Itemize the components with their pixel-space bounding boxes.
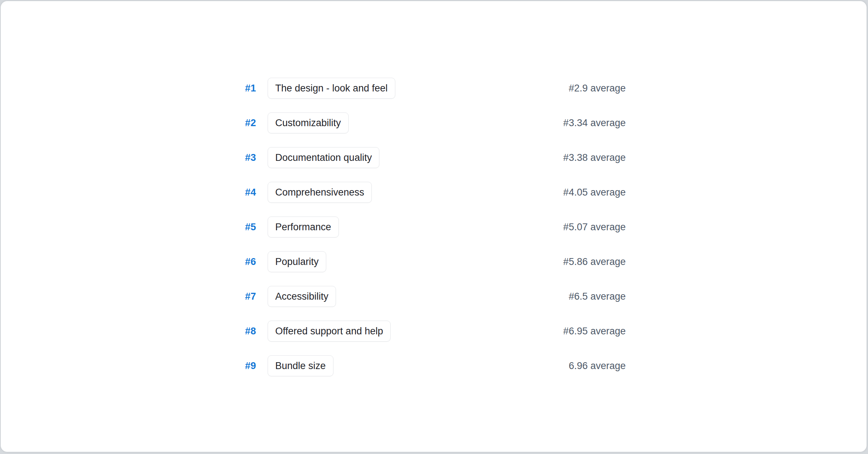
average-score: #6.5 average (569, 291, 626, 302)
average-score: #2.9 average (569, 83, 626, 94)
option-label-box: Bundle size (268, 355, 333, 376)
rank-number: #8 (242, 326, 256, 337)
option-label-box: The design - look and feel (268, 78, 395, 99)
rank-number: #9 (242, 360, 256, 372)
ranking-row: #5 Performance #5.07 average (242, 217, 626, 237)
average-score: #3.34 average (563, 117, 626, 129)
ranking-row: #8 Offered support and help #6.95 averag… (242, 321, 626, 342)
option-label-box: Customizability (268, 112, 349, 133)
results-card: #1 The design - look and feel #2.9 avera… (1, 1, 867, 452)
option-label-box: Comprehensiveness (268, 182, 372, 203)
ranking-row: #3 Documentation quality #3.38 average (242, 147, 626, 168)
rank-number: #2 (242, 117, 256, 129)
ranking-row: #2 Customizability #3.34 average (242, 112, 626, 133)
rank-number: #6 (242, 256, 256, 267)
rank-number: #5 (242, 222, 256, 233)
ranking-row: #1 The design - look and feel #2.9 avera… (242, 78, 626, 99)
option-label-box: Documentation quality (268, 147, 379, 168)
option-label-box: Accessibility (268, 286, 336, 307)
average-score: #4.05 average (563, 187, 626, 198)
ranking-row: #9 Bundle size 6.96 average (242, 355, 626, 376)
ranking-row: #4 Comprehensiveness #4.05 average (242, 182, 626, 203)
ranking-row: #6 Popularity #5.86 average (242, 251, 626, 272)
average-score: #6.95 average (563, 326, 626, 337)
option-label-box: Performance (268, 217, 339, 237)
average-score: #5.86 average (563, 256, 626, 267)
rank-number: #4 (242, 187, 256, 198)
ranking-row: #7 Accessibility #6.5 average (242, 286, 626, 307)
rank-number: #7 (242, 291, 256, 302)
average-score: 6.96 average (569, 360, 626, 372)
rank-number: #1 (242, 83, 256, 94)
average-score: #5.07 average (563, 222, 626, 233)
option-label-box: Offered support and help (268, 321, 391, 342)
ranking-results-list: #1 The design - look and feel #2.9 avera… (242, 1, 626, 376)
option-label-box: Popularity (268, 251, 326, 272)
rank-number: #3 (242, 152, 256, 163)
average-score: #3.38 average (563, 152, 626, 163)
